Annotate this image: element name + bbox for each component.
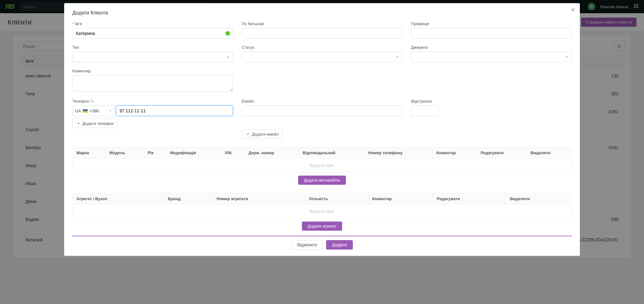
th: Коментар <box>432 147 477 159</box>
field-status: Статус ▼ <box>242 45 402 62</box>
th: Коментар <box>368 193 433 205</box>
field-comment: Коментар <box>72 69 233 93</box>
phone-icon <box>91 99 94 104</box>
cancel-button[interactable]: Відмінити <box>291 240 323 250</box>
flag-ua-icon <box>83 109 88 113</box>
label-source: Джерело <box>411 45 572 50</box>
input-last-name[interactable] <box>411 28 572 39</box>
field-delay: Відстрочка <box>411 99 572 139</box>
car-table: МаркаМодельРікМодифікаціяVINДерж. номерВ… <box>72 147 572 172</box>
unit-table: Агрегат / ВузолБрендНомер агрегатаКількі… <box>72 193 572 218</box>
th: Редагувати <box>433 193 506 205</box>
label-comment: Коментар <box>72 69 233 73</box>
select-type[interactable] <box>72 52 233 62</box>
plus-icon: ＋ <box>246 131 250 137</box>
label-type: Тип <box>72 45 233 50</box>
label-first-name: Ім'я <box>72 21 233 26</box>
th: Бренд <box>164 193 213 205</box>
modal-footer: Відмінити Додати <box>72 240 572 250</box>
no-data-label: Відсутні Дані <box>73 205 571 218</box>
th: Держ. номер <box>245 147 299 159</box>
field-phone: Телефон UA +380 ▼ ＋ Додати <box>72 99 233 139</box>
th: VIN <box>221 147 245 159</box>
field-type: Тип ▼ <box>72 45 233 62</box>
modal-title: Додати Клієнта <box>72 10 572 16</box>
check-icon: ✓ <box>225 31 230 36</box>
phone-country-select[interactable]: UA +380 ▼ <box>72 105 115 116</box>
field-source: Джерело ▼ <box>411 45 572 62</box>
no-data-label: Відсутні Дані <box>73 159 571 172</box>
add-client-modal: ✕ Додати Клієнта Ім'я ✓ По батькові Пріз… <box>64 3 580 256</box>
add-unit-button[interactable]: Додати агрегат <box>302 222 342 231</box>
th: Номер агрегата <box>213 193 306 205</box>
label-delay: Відстрочка <box>411 99 572 104</box>
modal-mask: ✕ Додати Клієнта Ім'я ✓ По батькові Пріз… <box>0 0 644 261</box>
input-email[interactable] <box>242 105 402 116</box>
th: Видалити <box>527 147 571 159</box>
th: Відповідальний <box>299 147 364 159</box>
input-delay[interactable] <box>411 105 439 116</box>
label-last-name: Прізвище <box>411 21 572 26</box>
th: Агрегат / Вузол <box>73 193 164 205</box>
label-status: Статус <box>242 45 402 50</box>
add-car-button[interactable]: Додати автомобіль <box>298 176 346 185</box>
th: Кількість <box>305 193 368 205</box>
th: Модель <box>105 147 144 159</box>
input-first-name[interactable] <box>72 28 233 39</box>
field-last-name: Прізвище <box>411 21 572 39</box>
field-first-name: Ім'я ✓ <box>72 21 233 39</box>
progress-bar <box>72 236 572 236</box>
close-icon[interactable]: ✕ <box>571 7 575 13</box>
add-email-button[interactable]: ＋ Додати емейл <box>242 129 283 139</box>
th: Номер телефону <box>364 147 432 159</box>
plus-icon: ＋ <box>76 121 80 126</box>
field-middle-name: По батькові <box>242 21 402 39</box>
input-phone-number[interactable] <box>116 105 233 116</box>
th: Модифікація <box>166 147 221 159</box>
th: Видалити <box>506 193 571 205</box>
add-phone-button[interactable]: ＋ Додати телефон <box>72 119 118 128</box>
field-email: Емейл ＋ Додати емейл <box>242 99 402 139</box>
th: Рік <box>144 147 166 159</box>
select-source[interactable] <box>411 52 572 62</box>
th: Марка <box>73 147 105 159</box>
th: Редагувати <box>477 147 527 159</box>
label-middle-name: По батькові <box>242 21 402 26</box>
textarea-comment[interactable] <box>72 75 233 92</box>
chevron-down-icon: ▼ <box>109 109 112 113</box>
input-middle-name[interactable] <box>242 28 402 39</box>
select-status[interactable] <box>242 52 402 62</box>
label-phone: Телефон <box>72 99 233 104</box>
submit-button[interactable]: Додати <box>326 240 353 250</box>
label-email: Емейл <box>242 99 402 104</box>
